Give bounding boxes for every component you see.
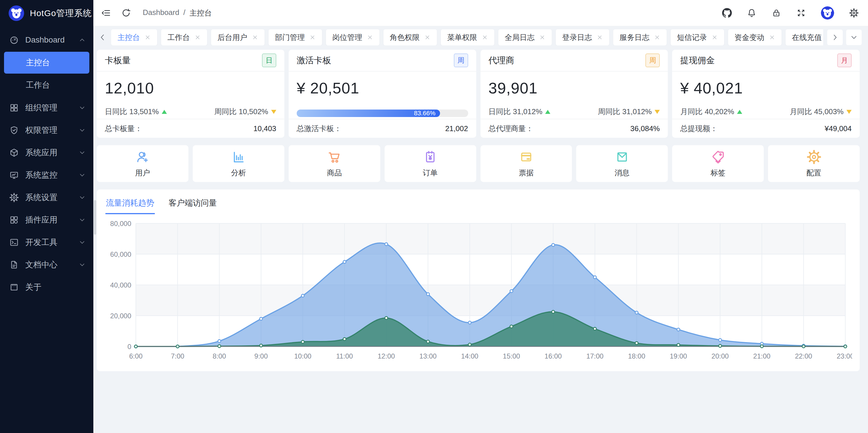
tabs-dropdown-button[interactable] bbox=[846, 30, 862, 45]
close-icon[interactable] bbox=[367, 34, 373, 40]
shortcut-label: 用户 bbox=[135, 168, 150, 178]
app-logo[interactable]: HotGo管理系统 bbox=[0, 0, 93, 26]
bar-chart-icon bbox=[231, 149, 246, 165]
tab-全局日志[interactable]: 全局日志 bbox=[498, 29, 552, 46]
tabs-scroll-left-button[interactable] bbox=[98, 33, 107, 42]
tab-工作台[interactable]: 工作台 bbox=[161, 29, 207, 46]
avatar[interactable] bbox=[821, 6, 834, 20]
sidebar-item-系统监控[interactable]: 系统监控 bbox=[0, 164, 93, 186]
sidebar-item-文档中心[interactable]: 文档中心 bbox=[0, 254, 93, 276]
sidebar-item-开发工具[interactable]: 开发工具 bbox=[0, 231, 93, 254]
tab-岗位管理[interactable]: 岗位管理 bbox=[326, 29, 379, 46]
period-badge[interactable]: 周 bbox=[454, 54, 468, 67]
close-icon[interactable] bbox=[769, 34, 775, 40]
stat-card-title: 代理商 bbox=[489, 55, 515, 66]
traffic-area-chart: 6:007:008:009:0010:0011:0012:0013:0014:0… bbox=[104, 216, 852, 364]
gear-icon[interactable] bbox=[849, 8, 859, 18]
chart-card: 流量消耗趋势客户端访问量 6:007:008:009:0010:0011:001… bbox=[97, 190, 860, 371]
stat-card-header: 卡板量日 bbox=[97, 50, 284, 71]
chevron-down-icon bbox=[79, 171, 86, 179]
shortcut-票据[interactable]: 票据 bbox=[480, 145, 572, 182]
tabs-controls bbox=[827, 30, 862, 45]
close-icon[interactable] bbox=[654, 34, 660, 40]
shortcut-标签[interactable]: 标签 bbox=[672, 145, 764, 182]
tabs-scroll-right-button[interactable] bbox=[827, 30, 843, 45]
tab-服务日志[interactable]: 服务日志 bbox=[613, 29, 666, 46]
svg-text:7:00: 7:00 bbox=[171, 352, 184, 360]
shortcut-消息[interactable]: 消息 bbox=[576, 145, 668, 182]
tab-菜单权限[interactable]: 菜单权限 bbox=[441, 29, 494, 46]
chart-tab-客户端访问量[interactable]: 客户端访问量 bbox=[168, 195, 217, 214]
sidebar-item-权限管理[interactable]: 权限管理 bbox=[0, 119, 93, 141]
main-area: Dashboard / 主控台 主控台工作台后台用户部门管理岗位管理角色权限菜单… bbox=[93, 0, 868, 433]
progress-label: 83.66% bbox=[414, 110, 435, 117]
sidebar-item-label: 文档中心 bbox=[25, 259, 79, 270]
stat-card-header: 代理商周 bbox=[480, 50, 668, 71]
refresh-icon[interactable] bbox=[121, 8, 131, 18]
period-badge[interactable]: 月 bbox=[837, 54, 851, 67]
sidebar-item-label: 插件应用 bbox=[25, 214, 79, 225]
close-icon[interactable] bbox=[539, 34, 546, 40]
sidebar-item-组织管理[interactable]: 组织管理 bbox=[0, 96, 93, 119]
tab-资金变动[interactable]: 资金变动 bbox=[728, 29, 781, 46]
tab-label: 部门管理 bbox=[275, 32, 305, 42]
period-badge[interactable]: 周 bbox=[645, 54, 660, 67]
scrollbar-thumb[interactable] bbox=[94, 200, 96, 235]
stat-sub-text: 周同比 10,502% bbox=[214, 107, 268, 117]
close-icon[interactable] bbox=[424, 34, 431, 40]
sidebar-item-主控台[interactable]: 主控台 bbox=[4, 52, 89, 74]
about-frame-icon bbox=[9, 282, 19, 292]
period-badge[interactable]: 日 bbox=[262, 54, 276, 67]
close-icon[interactable] bbox=[145, 34, 151, 40]
tab-登录日志[interactable]: 登录日志 bbox=[556, 29, 609, 46]
close-icon[interactable] bbox=[194, 34, 201, 40]
footer-value: ¥49,004 bbox=[825, 124, 851, 133]
document-icon bbox=[9, 260, 19, 270]
close-icon[interactable] bbox=[309, 34, 316, 40]
shortcut-分析[interactable]: 分析 bbox=[193, 145, 284, 182]
shortcut-label: 票据 bbox=[519, 168, 534, 178]
shortcut-订单[interactable]: 订单 bbox=[384, 145, 476, 182]
stat-sub-text: 日同比 31,012% bbox=[489, 107, 542, 117]
close-icon[interactable] bbox=[252, 34, 258, 40]
chevron-down-icon bbox=[79, 239, 86, 246]
tab-角色权限[interactable]: 角色权限 bbox=[383, 29, 437, 46]
svg-text:60,000: 60,000 bbox=[110, 251, 131, 258]
close-icon[interactable] bbox=[482, 34, 488, 40]
tab-label: 服务日志 bbox=[620, 32, 649, 42]
menu-fold-icon[interactable] bbox=[101, 8, 111, 18]
breadcrumb-root[interactable]: Dashboard bbox=[143, 8, 179, 18]
stat-value: 12,010 bbox=[105, 79, 276, 97]
shortcut-用户[interactable]: 用户 bbox=[97, 145, 188, 182]
lock-icon[interactable] bbox=[772, 8, 781, 18]
topbar: Dashboard / 主控台 bbox=[93, 0, 868, 26]
tab-主控台[interactable]: 主控台 bbox=[111, 29, 157, 46]
sidebar-item-Dashboard[interactable]: Dashboard bbox=[0, 29, 93, 51]
fullscreen-icon[interactable] bbox=[796, 8, 806, 18]
shortcut-商品[interactable]: 商品 bbox=[289, 145, 380, 182]
stat-sub-日同比: 日同比 13,501% bbox=[105, 107, 167, 117]
shortcut-配置[interactable]: 配置 bbox=[768, 145, 860, 182]
svg-text:19:00: 19:00 bbox=[670, 352, 687, 360]
stat-sub-text: 月同比 45,003% bbox=[789, 107, 844, 117]
stat-card-footer: 总激活卡板：21,002 bbox=[289, 119, 476, 138]
close-icon[interactable] bbox=[711, 34, 718, 40]
sidebar-item-系统设置[interactable]: 系统设置 bbox=[0, 186, 93, 209]
tab-部门管理[interactable]: 部门管理 bbox=[269, 29, 322, 46]
github-icon[interactable] bbox=[722, 8, 732, 18]
chart-tab-流量消耗趋势[interactable]: 流量消耗趋势 bbox=[105, 195, 155, 214]
tab-后台用户[interactable]: 后台用户 bbox=[211, 29, 265, 46]
close-icon[interactable] bbox=[596, 34, 603, 40]
sidebar-item-关于[interactable]: 关于 bbox=[0, 276, 93, 298]
tab-短信记录[interactable]: 短信记录 bbox=[671, 29, 724, 46]
bell-icon[interactable] bbox=[747, 8, 756, 18]
sidebar-item-系统应用[interactable]: 系统应用 bbox=[0, 141, 93, 164]
monitor-icon bbox=[9, 170, 19, 180]
tab-label: 主控台 bbox=[118, 32, 140, 42]
sidebar-item-工作台[interactable]: 工作台 bbox=[4, 74, 89, 96]
tab-在线充值[interactable]: 在线充值 bbox=[785, 29, 823, 46]
svg-text:16:00: 16:00 bbox=[545, 352, 562, 360]
sidebar-item-插件应用[interactable]: 插件应用 bbox=[0, 209, 93, 231]
sidebar: HotGo管理系统 Dashboard主控台工作台组织管理权限管理系统应用系统监… bbox=[0, 0, 93, 433]
progress-bar: 83.66% bbox=[297, 110, 468, 117]
